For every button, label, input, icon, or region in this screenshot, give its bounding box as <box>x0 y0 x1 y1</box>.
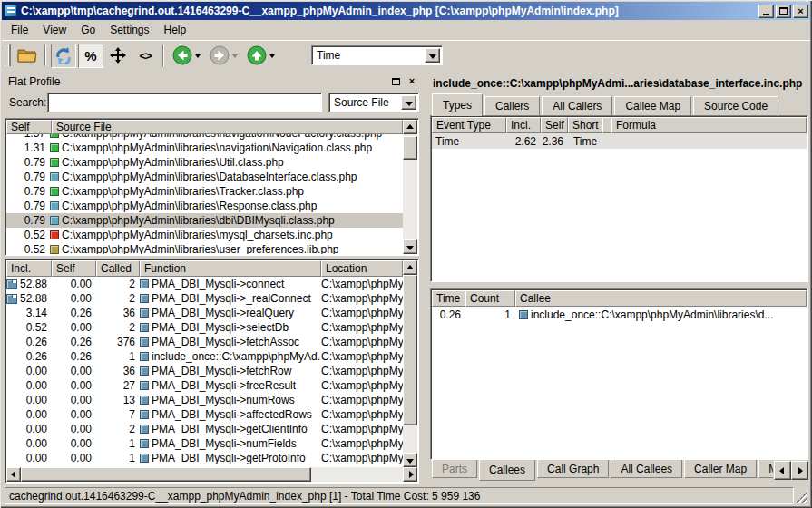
minimize-button[interactable] <box>758 5 774 18</box>
right-panel-splitter[interactable] <box>428 282 810 288</box>
column-header-event-type[interactable]: Event Type <box>432 117 506 133</box>
scroll-up-button[interactable] <box>403 260 417 275</box>
tab-scroll-left-button[interactable] <box>774 461 791 480</box>
column-header-formula[interactable]: Formula <box>611 117 807 133</box>
scroll-down-button[interactable] <box>403 239 417 254</box>
column-header-spacer[interactable] <box>602 117 611 133</box>
resize-grip[interactable] <box>796 492 807 503</box>
close-button[interactable]: × <box>793 5 808 18</box>
column-header-source-file[interactable]: Source File <box>52 120 403 134</box>
tab[interactable]: Callees <box>479 460 535 481</box>
function-row[interactable]: 0.26 0.26 376 PMA_DBI_Mysqli->fetchAssoc… <box>6 335 403 349</box>
menu-item[interactable]: View <box>35 21 73 39</box>
tab[interactable]: Call Graph <box>537 460 609 478</box>
function-row[interactable]: 0.00 0.00 27 PMA_DBI_Mysqli->freeResult … <box>6 378 403 393</box>
function-row[interactable]: 52.88 0.00 2 PMA_DBI_Mysqli->_realConnec… <box>6 291 403 306</box>
tab[interactable]: Source Code <box>693 96 778 115</box>
function-row[interactable]: 0.00 0.00 1 PMA_DBI_Mysqli->numFields C:… <box>6 436 403 451</box>
back-dropdown-icon[interactable] <box>195 54 201 58</box>
flat-profile-dock-titlebar[interactable]: Flat Profile × <box>4 73 421 89</box>
tab[interactable]: Caller Map <box>684 460 757 478</box>
column-header-short[interactable]: Short <box>568 117 602 133</box>
menu-item[interactable]: Settings <box>103 21 156 39</box>
function-row[interactable]: 0.00 0.00 2 PMA_DBI_Mysqli->getClientInf… <box>6 422 403 436</box>
up-button[interactable] <box>243 44 279 68</box>
function-row[interactable]: 0.00 0.00 7 PMA_DBI_Mysqli->affectedRows… <box>6 407 403 422</box>
scroll-down-button[interactable] <box>403 453 417 467</box>
source-file-row[interactable]: 0.79 C:\xampp\phpMyAdmin\libraries\Util.… <box>6 155 403 170</box>
up-dropdown-icon[interactable] <box>269 54 275 58</box>
function-list-vertical-scrollbar[interactable] <box>403 260 417 467</box>
tab-scroll-right-button[interactable] <box>791 461 808 480</box>
column-header-self[interactable]: Self <box>52 260 96 277</box>
callee-row[interactable]: 0.26 1 include_once::C:\xampp\phpMyAdmin… <box>432 307 807 322</box>
triangle-right-icon <box>798 467 803 474</box>
source-file-row[interactable]: 0.79 C:\xampp\phpMyAdmin\libraries\Datab… <box>6 170 403 184</box>
dock-float-button[interactable] <box>388 75 403 88</box>
scrollbar-thumb[interactable] <box>403 275 417 425</box>
source-file-row[interactable]: 0.52 C:\xampp\phpMyAdmin\libraries\user_… <box>6 242 403 254</box>
maximize-button[interactable] <box>776 5 791 18</box>
tab[interactable]: Machine <box>758 460 773 478</box>
function-row[interactable]: 52.88 0.00 2 PMA_DBI_Mysqli->connect C:\… <box>6 277 403 291</box>
percent-toggle-button[interactable]: % <box>78 44 103 68</box>
function-row[interactable]: 3.14 0.26 36 PMA_DBI_Mysqli->realQuery C… <box>6 306 403 320</box>
count-value: 1 <box>465 308 515 321</box>
source-file-row[interactable]: 1.57 C:\xampp\phpMyAdmin\libraries\navig… <box>6 134 403 141</box>
source-file-row[interactable]: 0.79 C:\xampp\phpMyAdmin\libraries\Track… <box>6 184 403 199</box>
scroll-left-button[interactable] <box>6 467 21 482</box>
called-value: 1 <box>96 437 140 450</box>
column-header-incl[interactable]: Incl. <box>506 117 541 133</box>
file-color-square-icon <box>50 187 59 196</box>
dock-close-button[interactable]: × <box>405 75 419 88</box>
event-type-combo-arrow[interactable] <box>425 48 440 63</box>
search-input[interactable] <box>47 93 322 112</box>
back-icon <box>172 45 192 65</box>
event-type-combo[interactable]: Time <box>311 45 443 65</box>
column-header-self[interactable]: Self <box>541 117 568 133</box>
column-header-count[interactable]: Count <box>465 290 515 307</box>
function-list-horizontal-scrollbar[interactable] <box>6 467 417 482</box>
source-file-row[interactable]: 1.31 C:\xampp\phpMyAdmin\libraries\navig… <box>6 141 403 155</box>
column-header-incl[interactable]: Incl. <box>6 260 52 277</box>
function-row[interactable]: 0.52 0.00 2 PMA_DBI_Mysqli->selectDb C:\… <box>6 320 403 335</box>
expand-depth-button[interactable] <box>105 44 131 68</box>
main-splitter[interactable] <box>423 72 428 484</box>
refresh-toggle-button[interactable] <box>51 44 76 68</box>
function-row[interactable]: 0.00 0.00 36 PMA_DBI_Mysqli->fetchRow C:… <box>6 364 403 378</box>
tab[interactable]: All Callees <box>611 460 682 478</box>
column-header-function[interactable]: Function <box>140 260 321 277</box>
scrollbar-thumb[interactable] <box>21 467 311 482</box>
column-header-self[interactable]: Self <box>6 120 52 134</box>
tab[interactable]: Callee Map <box>614 96 691 115</box>
function-row[interactable]: 0.00 0.00 13 PMA_DBI_Mysqli->numRows C:\… <box>6 393 403 407</box>
function-row[interactable]: 0.00 0.00 1 PMA_DBI_Mysqli->getProtoInfo… <box>6 451 403 465</box>
back-button[interactable] <box>169 44 204 68</box>
source-file-row[interactable]: 0.79 C:\xampp\phpMyAdmin\libraries\dbi\D… <box>6 213 403 228</box>
open-file-button[interactable] <box>15 44 40 68</box>
function-row[interactable]: 0.26 0.26 1 include_once::C:\xampp\phpMy… <box>6 349 403 364</box>
tab[interactable]: Callers <box>484 96 540 115</box>
menu-item[interactable]: Go <box>73 21 103 39</box>
toolbar-handle[interactable] <box>5 44 11 66</box>
group-by-combo[interactable]: Source File <box>328 93 419 112</box>
column-header-time[interactable]: Time <box>432 290 465 307</box>
menu-item[interactable]: Help <box>157 21 194 39</box>
tab[interactable]: All Callers <box>542 96 612 115</box>
file-list-vertical-scrollbar[interactable] <box>403 120 417 254</box>
scroll-right-button[interactable] <box>403 467 417 482</box>
scrollbar-thumb[interactable] <box>403 136 417 160</box>
group-by-combo-arrow[interactable] <box>401 95 416 110</box>
forward-button[interactable] <box>206 44 241 68</box>
relative-cycle-button[interactable]: <> <box>132 44 158 68</box>
menu-item[interactable]: File <box>4 21 35 39</box>
source-file-row[interactable]: 0.52 C:\xampp\phpMyAdmin\libraries\mysql… <box>6 228 403 242</box>
event-type-row[interactable]: Time 2.62 2.36 Time <box>432 133 807 149</box>
tab[interactable]: Types <box>432 93 483 116</box>
scroll-up-button[interactable] <box>403 120 417 134</box>
column-header-location[interactable]: Location <box>321 260 403 277</box>
column-header-callee[interactable]: Callee <box>515 290 807 307</box>
source-file-row[interactable]: 0.79 C:\xampp\phpMyAdmin\libraries\Respo… <box>6 199 403 213</box>
column-header-called[interactable]: Called <box>96 260 140 277</box>
tab[interactable]: Parts <box>432 460 477 478</box>
